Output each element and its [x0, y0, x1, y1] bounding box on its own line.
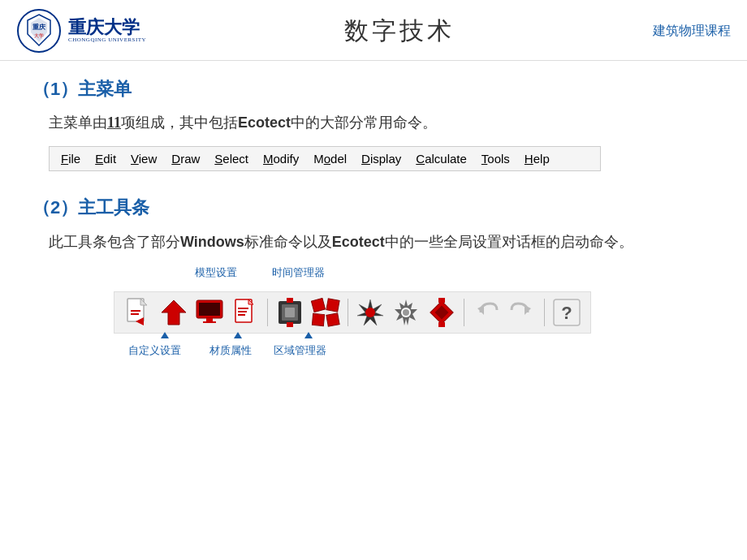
svg-rect-14	[203, 321, 216, 323]
page-title: 数字技术	[344, 15, 455, 48]
arrow-custom-settings	[161, 332, 169, 338]
toolbar-labels-top: 模型设置 时间管理器	[114, 265, 520, 290]
svg-rect-17	[238, 308, 248, 309]
svg-rect-12	[199, 303, 220, 316]
arrow-zone	[304, 332, 313, 338]
separator-1	[267, 299, 268, 326]
label-zone-manager: 区域管理器	[274, 343, 326, 358]
separator-3	[464, 299, 464, 326]
header: 重庆 大学 重庆大学 CHONGQING UNIVERSITY 数字技术 建筑物…	[0, 0, 747, 61]
label-model-settings: 模型设置	[195, 265, 237, 280]
menu-item-draw[interactable]: Draw	[171, 152, 200, 166]
section1-title: （1）主菜单	[32, 77, 715, 101]
svg-text:?: ?	[561, 303, 572, 323]
toolbar-area: 模型设置 时间管理器	[114, 265, 715, 364]
svg-text:重庆: 重庆	[32, 23, 46, 31]
svg-rect-36	[438, 298, 445, 303]
menu-item-calculate[interactable]: Calculate	[416, 152, 467, 166]
label-material: 材质属性	[209, 343, 252, 358]
redo-icon[interactable]	[507, 297, 538, 328]
svg-marker-39	[525, 305, 531, 315]
svg-point-30	[365, 308, 375, 317]
text-suffix: 项组成，其中包括	[121, 114, 238, 131]
svg-marker-10	[162, 300, 186, 325]
svg-rect-8	[131, 313, 139, 315]
toolbar-labels-bottom: 自定义设置 材质属性 区域管理器	[114, 335, 520, 364]
gear-icon[interactable]	[391, 297, 421, 328]
document-red-icon[interactable]	[230, 297, 261, 328]
red-blocks-icon[interactable]	[310, 297, 341, 328]
text-count: 11	[107, 114, 121, 131]
svg-text:大学: 大学	[34, 33, 44, 38]
ecotect-text2: Ecotect	[332, 234, 385, 250]
svg-rect-13	[206, 318, 213, 321]
section1-description: 主菜单由11项组成，其中包括Ecotect中的大部分常用命令。	[32, 111, 715, 135]
svg-rect-22	[285, 308, 295, 317]
zone-manager-icon[interactable]	[426, 297, 457, 328]
menu-item-view[interactable]: View	[131, 152, 157, 166]
svg-rect-26	[326, 299, 339, 312]
svg-rect-27	[312, 314, 324, 326]
main-content: （1）主菜单 主菜单由11项组成，其中包括Ecotect中的大部分常用命令。 F…	[0, 61, 747, 373]
university-logo-icon: 重庆 大学	[16, 8, 62, 54]
menu-item-file[interactable]: File	[61, 152, 80, 166]
undo-icon[interactable]	[471, 297, 502, 328]
menu-item-display[interactable]: Display	[361, 152, 401, 166]
label-custom-settings: 自定义设置	[128, 343, 181, 358]
model-settings-icon[interactable]	[274, 297, 305, 328]
help-icon[interactable]: ?	[551, 297, 582, 328]
logo-text-area: 重庆大学 CHONGQING UNIVERSITY	[68, 19, 146, 43]
svg-rect-19	[238, 314, 245, 316]
svg-rect-28	[326, 313, 339, 326]
logo-area: 重庆 大学 重庆大学 CHONGQING UNIVERSITY	[16, 8, 146, 54]
explosion-icon[interactable]	[355, 297, 386, 328]
new-file-icon[interactable]	[123, 297, 153, 328]
text-end: 中的大部分常用命令。	[291, 114, 437, 131]
svg-rect-18	[238, 311, 247, 312]
separator-4	[544, 299, 545, 326]
section2-title: （2）主工具条	[32, 196, 715, 220]
svg-point-33	[403, 309, 409, 316]
menu-item-edit[interactable]: Edit	[95, 152, 116, 166]
svg-rect-24	[287, 322, 293, 327]
svg-rect-23	[287, 298, 293, 303]
arrow-material	[234, 332, 242, 338]
windows-text: Windows	[180, 234, 244, 250]
monitor-icon[interactable]	[194, 297, 225, 328]
menu-item-help[interactable]: Help	[525, 152, 550, 166]
menu-bar-container: File Edit View Draw Select Modify Model …	[49, 146, 601, 171]
svg-rect-25	[311, 299, 325, 312]
menu-item-model[interactable]: Model	[313, 152, 347, 166]
separator-2	[348, 299, 348, 326]
university-name-en: CHONGQING UNIVERSITY	[68, 37, 146, 43]
text-ecotect: Ecotect	[238, 114, 291, 131]
menu-item-select[interactable]: Select	[214, 152, 248, 166]
menu-item-modify[interactable]: Modify	[263, 152, 299, 166]
svg-marker-38	[477, 305, 484, 315]
label-time-manager: 时间管理器	[272, 265, 325, 280]
toolbar-icons: ?	[114, 291, 591, 334]
university-name-cn: 重庆大学	[68, 19, 146, 37]
section2-description: 此工具条包含了部分Windows标准命令以及Ecotect中的一些全局设置对话框…	[32, 230, 715, 255]
menu-item-tools[interactable]: Tools	[481, 152, 510, 166]
svg-rect-7	[131, 310, 140, 312]
menu-bar: File Edit View Draw Select Modify Model …	[61, 152, 589, 166]
open-file-icon[interactable]	[158, 297, 189, 328]
svg-rect-37	[438, 322, 445, 327]
text-prefix: 主菜单由	[49, 114, 107, 131]
course-label: 建筑物理课程	[653, 23, 731, 40]
